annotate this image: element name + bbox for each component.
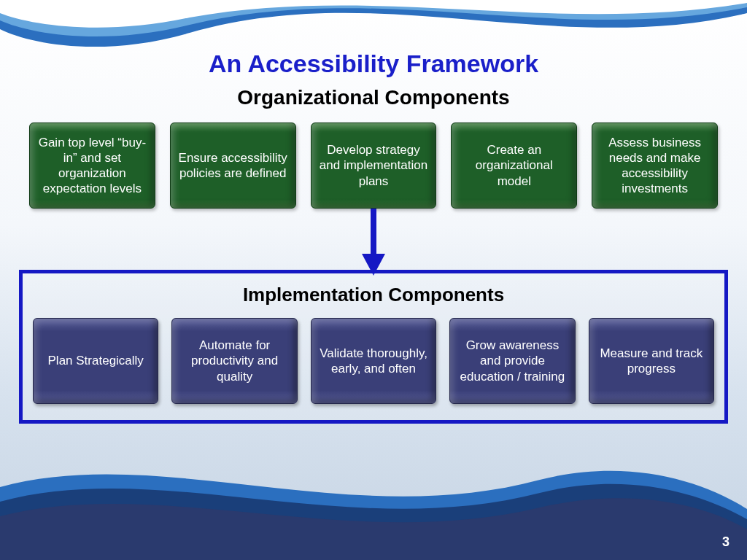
org-box: Create an organizational model	[451, 122, 577, 209]
slide-title: An Accessibility Framework	[0, 50, 747, 78]
arrow-down-icon	[359, 209, 388, 279]
implementation-components-heading: Implementation Components	[33, 284, 714, 306]
wave-decoration-bottom	[0, 443, 747, 560]
impl-box: Plan Strategically	[33, 318, 158, 404]
impl-box: Validate thoroughly, early, and often	[311, 318, 436, 404]
page-number: 3	[722, 534, 729, 550]
impl-box: Measure and track progress	[589, 318, 714, 404]
org-box: Ensure accessibility policies are define…	[170, 122, 296, 209]
org-box: Gain top level “buy-in” and set organiza…	[29, 122, 155, 209]
impl-box: Grow awareness and provide education / t…	[449, 318, 575, 404]
org-box: Develop strategy and implementation plan…	[311, 122, 437, 209]
organizational-boxes-row: Gain top level “buy-in” and set organiza…	[29, 122, 718, 209]
impl-box: Automate for productivity and quality	[171, 318, 297, 404]
organizational-components-heading: Organizational Components	[0, 86, 747, 109]
implementation-components-group: Implementation Components Plan Strategic…	[19, 270, 728, 424]
org-box: Assess business needs and make accessibi…	[592, 122, 718, 209]
implementation-boxes-row: Plan Strategically Automate for producti…	[33, 318, 714, 404]
